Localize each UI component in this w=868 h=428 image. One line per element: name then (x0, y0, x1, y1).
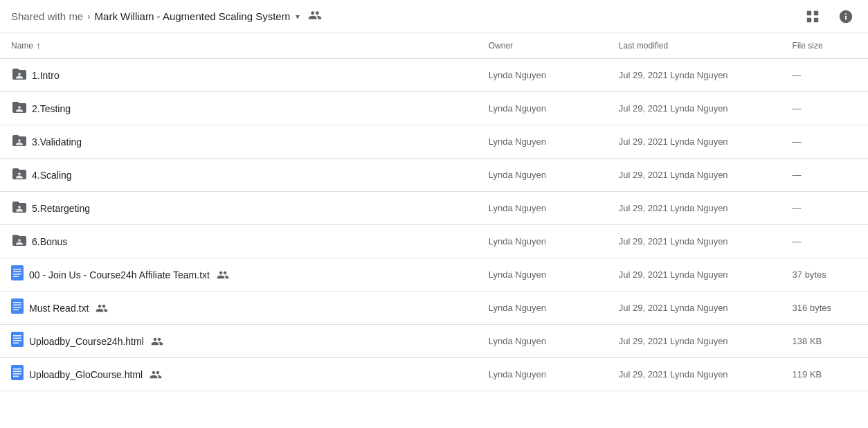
file-name-text: 5.Retargeting (32, 203, 90, 214)
column-header-size[interactable]: File size (781, 33, 868, 59)
svg-rect-15 (13, 310, 19, 311)
file-size-cell: — (781, 192, 868, 225)
svg-point-5 (18, 239, 21, 242)
file-modified-cell: Jul 29, 2021 Lynda Nguyen (608, 192, 781, 225)
doc-icon (11, 332, 25, 350)
file-name-row: Uploadby_GloCourse.html (11, 365, 467, 384)
file-name-text: Must Read.txt (29, 303, 89, 314)
folder-icon (11, 166, 28, 184)
file-name-cell: 2.Testing (0, 92, 478, 125)
file-name-cell: 6.Bonus (0, 225, 478, 258)
file-modified-cell: Jul 29, 2021 Lynda Nguyen (608, 258, 781, 292)
svg-rect-19 (13, 340, 21, 341)
svg-rect-13 (13, 305, 21, 306)
svg-rect-16 (11, 332, 24, 347)
file-name-text: 1.Intro (32, 70, 60, 81)
file-owner-cell: Lynda Nguyen (478, 125, 608, 159)
header: Shared with me › Mark William - Augmente… (0, 0, 868, 33)
svg-rect-10 (13, 276, 19, 278)
file-name-row: 3.Validating (11, 132, 467, 151)
file-name-row: 2.Testing (11, 99, 467, 118)
table-row[interactable]: 5.RetargetingLynda NguyenJul 29, 2021 Ly… (0, 192, 868, 225)
file-owner-cell: Lynda Nguyen (478, 358, 608, 391)
file-modified-cell: Jul 29, 2021 Lynda Nguyen (608, 125, 781, 159)
file-name-cell: Uploadby_Course24h.html (0, 325, 478, 358)
file-owner-cell: Lynda Nguyen (478, 225, 608, 258)
svg-rect-24 (13, 373, 21, 375)
breadcrumb: Shared with me › Mark William - Augmente… (11, 8, 322, 24)
folder-dropdown-icon[interactable]: ▾ (296, 12, 300, 21)
grid-view-button[interactable] (802, 6, 824, 28)
file-name-cell: 4.Scaling (0, 159, 478, 192)
svg-rect-17 (13, 335, 21, 337)
file-owner-cell: Lynda Nguyen (478, 258, 608, 292)
file-name-text: 4.Scaling (32, 170, 72, 181)
column-header-name[interactable]: Name ↑ (0, 33, 478, 59)
svg-rect-12 (13, 302, 21, 303)
column-header-owner[interactable]: Owner (478, 33, 608, 59)
breadcrumb-current-folder: Mark William - Augmented Scaling System (95, 10, 291, 22)
file-size-cell: 119 KB (781, 358, 868, 391)
svg-point-3 (18, 172, 21, 175)
file-owner-cell: Lynda Nguyen (478, 92, 608, 125)
file-name-cell: 00 - Join Us - Course24h Affiliate Team.… (0, 258, 478, 292)
file-modified-cell: Jul 29, 2021 Lynda Nguyen (608, 225, 781, 258)
table-row[interactable]: 3.ValidatingLynda NguyenJul 29, 2021 Lyn… (0, 125, 868, 159)
file-size-cell: — (781, 225, 868, 258)
svg-rect-25 (13, 376, 19, 377)
column-header-modified[interactable]: Last modified (608, 33, 781, 59)
file-name-text: 2.Testing (32, 103, 71, 114)
folder-shared-icon[interactable] (308, 8, 322, 24)
info-button[interactable] (835, 6, 857, 28)
file-modified-cell: Jul 29, 2021 Lynda Nguyen (608, 59, 781, 92)
svg-rect-9 (13, 274, 21, 275)
file-owner-cell: Lynda Nguyen (478, 159, 608, 192)
table-row[interactable]: Uploadby_GloCourse.htmlLynda NguyenJul 2… (0, 358, 868, 391)
breadcrumb-shared-link[interactable]: Shared with me (11, 10, 83, 22)
file-size-cell: 316 bytes (781, 292, 868, 325)
file-name-row: 6.Bonus (11, 232, 467, 251)
svg-rect-21 (11, 365, 24, 380)
doc-icon (11, 265, 25, 284)
file-modified-cell: Jul 29, 2021 Lynda Nguyen (608, 325, 781, 358)
file-modified-cell: Jul 29, 2021 Lynda Nguyen (608, 159, 781, 192)
file-size-cell: — (781, 159, 868, 192)
file-name-row: Uploadby_Course24h.html (11, 332, 467, 350)
file-name-cell: 1.Intro (0, 59, 478, 92)
svg-rect-20 (13, 343, 19, 344)
folder-icon (11, 232, 28, 251)
file-name-text: 00 - Join Us - Course24h Affiliate Team.… (29, 269, 210, 280)
file-name-row: 00 - Join Us - Course24h Affiliate Team.… (11, 265, 467, 284)
svg-rect-7 (13, 269, 21, 270)
table-row[interactable]: Uploadby_Course24h.htmlLynda NguyenJul 2… (0, 325, 868, 358)
svg-rect-8 (13, 271, 21, 273)
file-shared-icon (214, 268, 229, 280)
table-row[interactable]: 4.ScalingLynda NguyenJul 29, 2021 Lynda … (0, 159, 868, 192)
svg-rect-22 (13, 368, 21, 370)
file-owner-cell: Lynda Nguyen (478, 292, 608, 325)
table-row[interactable]: Must Read.txtLynda NguyenJul 29, 2021 Ly… (0, 292, 868, 325)
svg-point-0 (18, 73, 21, 75)
file-shared-icon (148, 335, 163, 347)
table-row[interactable]: 6.BonusLynda NguyenJul 29, 2021 Lynda Ng… (0, 225, 868, 258)
breadcrumb-chevron: › (87, 11, 90, 21)
file-modified-cell: Jul 29, 2021 Lynda Nguyen (608, 92, 781, 125)
file-size-cell: — (781, 125, 868, 159)
folder-icon (11, 66, 28, 84)
svg-point-1 (18, 106, 21, 109)
file-name-row: 5.Retargeting (11, 199, 467, 217)
table-row[interactable]: 1.IntroLynda NguyenJul 29, 2021 Lynda Ng… (0, 59, 868, 92)
folder-icon (11, 132, 28, 151)
file-name-row: 4.Scaling (11, 166, 467, 184)
file-name-cell: Uploadby_GloCourse.html (0, 358, 478, 391)
table-header-row: Name ↑ Owner Last modified File size (0, 33, 868, 59)
file-name-row: Must Read.txt (11, 298, 467, 317)
file-size-cell: 37 bytes (781, 258, 868, 292)
header-actions (802, 6, 857, 28)
file-size-cell: — (781, 92, 868, 125)
file-name-text: 3.Validating (32, 136, 82, 148)
file-owner-cell: Lynda Nguyen (478, 325, 608, 358)
file-shared-icon (147, 368, 162, 380)
table-row[interactable]: 00 - Join Us - Course24h Affiliate Team.… (0, 258, 868, 292)
table-row[interactable]: 2.TestingLynda NguyenJul 29, 2021 Lynda … (0, 92, 868, 125)
